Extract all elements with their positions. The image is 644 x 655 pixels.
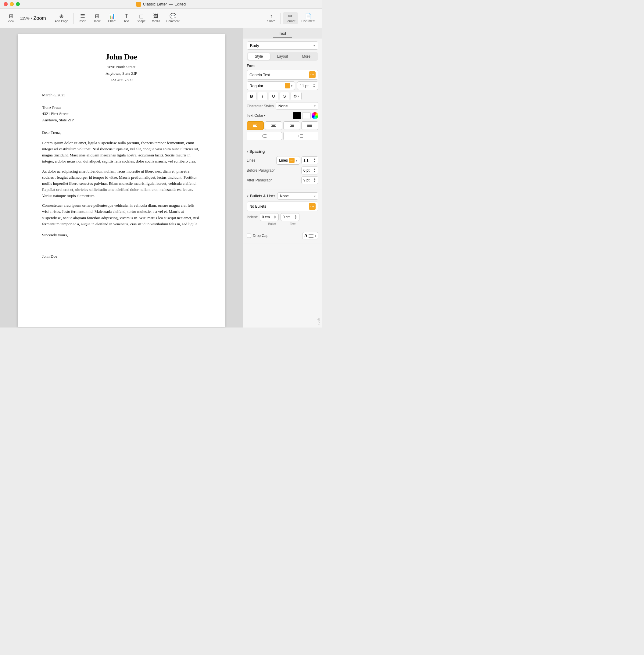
- gear-icon: ⚙: [293, 94, 297, 98]
- traffic-lights: [4, 2, 20, 6]
- bullets-section: ▾ Bullets & Lists None ▾ No Bullets ⋯ In…: [243, 189, 322, 229]
- after-down[interactable]: ▼: [313, 180, 316, 183]
- align-center-button[interactable]: [265, 121, 282, 130]
- tab-layout[interactable]: Layout: [271, 53, 294, 60]
- page[interactable]: John Doe 7890 Ninth Street Anytown, Stat…: [18, 34, 225, 327]
- no-bullets-orange-btn[interactable]: ⋯: [309, 203, 316, 210]
- font-picker-button[interactable]: ⋯: [309, 71, 316, 78]
- indent-sublabels: Bullet Text: [247, 222, 318, 226]
- zoom-chevron: ▾: [31, 17, 32, 20]
- insert-button[interactable]: ☰ Insert: [75, 12, 90, 24]
- font-style-select[interactable]: Regular ⋯ ▾: [247, 82, 295, 90]
- text-down[interactable]: ▼: [294, 217, 297, 220]
- maximize-button[interactable]: [16, 2, 20, 6]
- before-paragraph-stepper[interactable]: ▲ ▼: [313, 168, 316, 173]
- lines-down[interactable]: ▼: [313, 160, 316, 163]
- lines-chevron: ▾: [296, 159, 297, 162]
- black-swatch[interactable]: [293, 112, 301, 119]
- shape-button[interactable]: ◻ Shape: [134, 12, 149, 24]
- bold-button[interactable]: B: [247, 92, 256, 100]
- indent-increase-button[interactable]: [283, 132, 319, 140]
- spacing-label: Spacing: [249, 149, 265, 154]
- font-name-value: Canela Text: [249, 73, 270, 77]
- align-justify-button[interactable]: [301, 121, 318, 130]
- style-section: Body ▾ Style Layout More Font Canela Tex…: [243, 39, 322, 146]
- add-page-button[interactable]: ⊕ Add Page: [52, 12, 71, 24]
- document-button[interactable]: 📄 Document: [298, 12, 318, 24]
- lines-orange-btn[interactable]: ⋯: [289, 158, 295, 163]
- strikethrough-button[interactable]: S: [280, 92, 290, 100]
- letter-recipient: Trenz Pruca 4321 First Street Anytown, S…: [42, 105, 201, 123]
- media-button[interactable]: 🖼 Media: [148, 12, 163, 24]
- toolbar-sep-1: [50, 13, 50, 24]
- lines-row: Lines Lines ⋯ ▾ 1.1 ▲ ▼: [247, 156, 318, 165]
- no-bullets-row: No Bullets ⋯: [247, 202, 318, 211]
- minimize-button[interactable]: [10, 2, 14, 6]
- text-indent-input[interactable]: 0 cm ▲ ▼: [280, 213, 299, 221]
- font-style-orange-btn[interactable]: ⋯: [285, 83, 290, 88]
- align-right-button[interactable]: [283, 121, 300, 130]
- dropcap-style-button[interactable]: A ▾: [302, 232, 318, 240]
- lines-stepper[interactable]: ▲ ▼: [313, 158, 316, 163]
- chart-button[interactable]: 📊 Chart: [105, 12, 119, 24]
- font-size-box[interactable]: 11 pt ▲ ▼: [297, 82, 318, 90]
- comment-button[interactable]: 💬 Comment: [163, 12, 182, 24]
- color-wheel[interactable]: [312, 112, 318, 119]
- lines-value: 1.1: [303, 158, 308, 162]
- document-title: Classic Letter: [143, 2, 167, 6]
- dropcap-checkbox[interactable]: [247, 233, 251, 238]
- bullets-collapse-icon: ▾: [247, 195, 248, 198]
- bullet-stepper[interactable]: ▲ ▼: [274, 215, 277, 220]
- indent-decrease-button[interactable]: [247, 132, 282, 140]
- font-size-down[interactable]: ▼: [313, 86, 316, 88]
- after-paragraph-input[interactable]: 9 pt ▲ ▼: [301, 176, 318, 184]
- spacing-header[interactable]: ▾ Spacing: [247, 149, 318, 154]
- svg-rect-21: [308, 236, 314, 236]
- indent-increase-icon: [299, 134, 303, 137]
- before-paragraph-input[interactable]: 0 pt ▲ ▼: [301, 166, 318, 175]
- text-button[interactable]: T Text: [119, 12, 134, 24]
- indent-decrease-icon: [262, 134, 267, 137]
- panel-title: Text: [273, 30, 293, 38]
- view-group: ⊞ View: [4, 12, 18, 24]
- share-button[interactable]: ↑ Share: [264, 12, 279, 24]
- underline-button[interactable]: U: [269, 92, 278, 100]
- window-title: Classic Letter — Edited: [136, 2, 186, 7]
- view-icon: ⊞: [9, 14, 14, 19]
- text-stepper[interactable]: ▲ ▼: [294, 215, 297, 220]
- toolbar-sep-2: [73, 13, 73, 24]
- add-page-icon: ⊕: [59, 14, 64, 19]
- italic-button[interactable]: I: [258, 92, 268, 100]
- close-button[interactable]: [4, 2, 8, 6]
- char-style-dropdown[interactable]: None ▾: [276, 102, 318, 110]
- tab-more[interactable]: More: [295, 53, 317, 60]
- align-left-button[interactable]: [247, 121, 264, 130]
- bullets-dropdown[interactable]: None ▾: [277, 193, 318, 200]
- bullet-down[interactable]: ▼: [274, 217, 277, 220]
- view-button[interactable]: ⊞ View: [4, 12, 18, 24]
- format-button[interactable]: ✏ Format: [283, 12, 299, 24]
- gear-chevron: ▾: [298, 94, 299, 98]
- svg-rect-17: [300, 136, 303, 136]
- document-canvas[interactable]: John Doe 7890 Ninth Street Anytown, Stat…: [0, 28, 243, 328]
- bullet-indent-input[interactable]: 0 cm ▲ ▼: [260, 213, 279, 221]
- right-panel: Text Body ▾ Style Layout More Font Canel…: [243, 28, 322, 328]
- lines-value-input[interactable]: 1.1 ▲ ▼: [301, 156, 318, 164]
- document-label: Document: [301, 20, 315, 23]
- text-options-button[interactable]: ⚙ ▾: [291, 92, 302, 100]
- white-swatch[interactable]: [302, 112, 311, 119]
- text-color-row: Text Color ▾: [247, 112, 318, 119]
- lines-label: Lines: [247, 158, 276, 162]
- before-down[interactable]: ▼: [313, 171, 316, 173]
- add-page-label: Add Page: [55, 20, 68, 23]
- style-dropdown[interactable]: Body ▾: [247, 42, 318, 50]
- address-line2: Anytown, State ZIP: [42, 70, 201, 77]
- after-paragraph-stepper[interactable]: ▲ ▼: [313, 178, 316, 183]
- after-paragraph-value: 9 pt: [303, 178, 309, 182]
- indent-fields: 0 cm ▲ ▼ 0 cm ▲ ▼: [260, 213, 299, 221]
- tab-style[interactable]: Style: [248, 53, 270, 60]
- font-style-chevron: ▾: [291, 84, 293, 88]
- lines-select[interactable]: Lines ⋯ ▾: [276, 156, 300, 165]
- table-button[interactable]: ⊞ Table: [90, 12, 105, 24]
- font-size-stepper[interactable]: ▲ ▼: [313, 83, 316, 88]
